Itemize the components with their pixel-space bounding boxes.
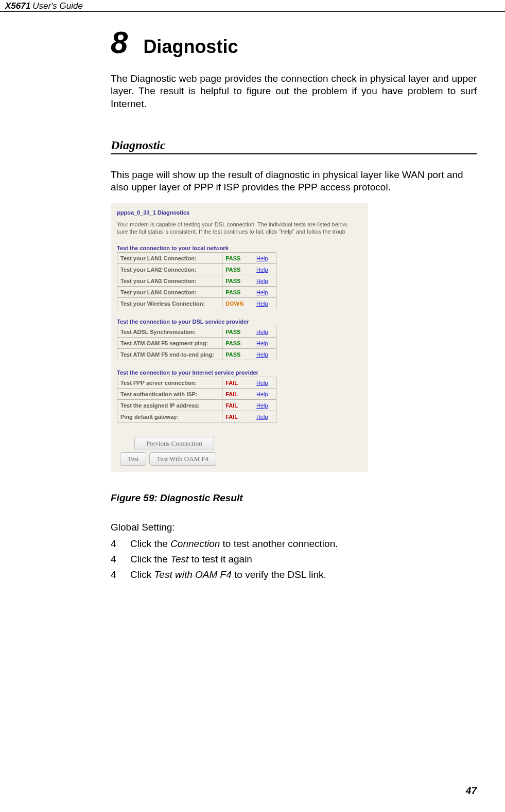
row-label: Test PPP server connection: <box>117 377 222 389</box>
test-oam-f4-button[interactable]: Test With OAM F4 <box>149 452 217 466</box>
step-text: Click the Connection to test another con… <box>130 538 338 550</box>
step-text-em: Test <box>170 554 188 564</box>
step-number: 4 <box>111 538 130 550</box>
chapter-intro: The Diagnostic web page provides the con… <box>111 73 477 110</box>
row-label: Test ADSL Synchronization: <box>117 326 222 338</box>
table-row: Ping default gateway: FAIL Help <box>117 411 276 422</box>
help-link[interactable]: Help <box>256 391 268 397</box>
table-row: Test ATM OAM F5 end-to-end ping: PASS He… <box>117 349 276 360</box>
step-text: Click the Test to test it again <box>130 554 252 565</box>
help-link[interactable]: Help <box>256 351 268 358</box>
chapter-heading: 8 Diagnostic <box>111 27 477 58</box>
page-header: X5671 User's Guide <box>0 0 505 12</box>
table-row: Test authentication with ISP: FAIL Help <box>117 389 276 400</box>
table-row: Test your LAN2 Connection: PASS Help <box>117 264 276 275</box>
row-result: PASS <box>222 253 253 264</box>
group2-table: Test ADSL Synchronization: PASS Help Tes… <box>117 326 276 360</box>
row-label: Test ATM OAM F5 segment ping: <box>117 338 222 349</box>
row-result: FAIL <box>222 400 253 411</box>
step-text-pre: Click the <box>130 554 170 564</box>
row-result: FAIL <box>222 389 253 400</box>
model-name: X5671 <box>5 1 30 11</box>
step-text-post: to test it again <box>188 554 252 564</box>
previous-connection-button[interactable]: Previous Connection <box>134 437 214 450</box>
row-label: Test authentication with ISP: <box>117 389 222 400</box>
chapter-title: Diagnostic <box>143 36 238 58</box>
help-link[interactable]: Help <box>256 380 268 386</box>
help-link[interactable]: Help <box>256 278 268 284</box>
step-text: Click Test with OAM F4 to verify the DSL… <box>130 569 326 580</box>
button-area: Previous Connection Test Test With OAM F… <box>120 437 368 466</box>
diagnostic-screenshot: pppoa_0_33_1 Diagnostics Your modem is c… <box>111 203 368 472</box>
row-result: PASS <box>222 326 253 338</box>
table-row: Test your Wireless Connection: DOWN Help <box>117 298 276 309</box>
table-row: Test the assigned IP address: FAIL Help <box>117 400 276 411</box>
group3-table: Test PPP server connection: FAIL Help Te… <box>117 377 276 422</box>
table-row: Test PPP server connection: FAIL Help <box>117 377 276 389</box>
row-result: PASS <box>222 264 253 275</box>
diag-title: pppoa_0_33_1 Diagnostics <box>117 209 368 216</box>
row-result: PASS <box>222 338 253 349</box>
help-link[interactable]: Help <box>256 301 268 307</box>
help-link[interactable]: Help <box>256 340 268 346</box>
row-label: Test your LAN3 Connection: <box>117 275 222 287</box>
step-text-pre: Click the <box>130 538 170 549</box>
group1-head: Test the connection to your local networ… <box>117 245 368 251</box>
step-text-em: Test with OAM F4 <box>154 569 231 580</box>
page-number: 47 <box>466 785 477 797</box>
row-label: Ping default gateway: <box>117 411 222 422</box>
step-number: 4 <box>111 569 130 580</box>
help-link[interactable]: Help <box>256 267 268 273</box>
group3-head: Test the connection to your Internet ser… <box>117 369 368 376</box>
table-row: Test your LAN3 Connection: PASS Help <box>117 275 276 287</box>
help-link[interactable]: Help <box>256 402 268 409</box>
global-setting-heading: Global Setting: <box>111 522 477 533</box>
row-result: PASS <box>222 275 253 287</box>
table-row: Test your LAN1 Connection: PASS Help <box>117 253 276 264</box>
step-text-em: Connection <box>170 538 220 549</box>
figure-caption: Figure 59: Diagnostic Result <box>111 492 477 504</box>
doc-title-suffix: User's Guide <box>32 1 83 11</box>
step-text-pre: Click <box>130 569 154 580</box>
table-row: Test your LAN4 Connection: PASS Help <box>117 287 276 298</box>
section-heading-diagnostic: Diagnostic <box>111 138 477 154</box>
help-link[interactable]: Help <box>256 414 268 420</box>
step-item: 4 Click the Connection to test another c… <box>111 538 477 550</box>
diag-intro-line2: sure the fail status is consistent. If t… <box>117 228 345 235</box>
test-button[interactable]: Test <box>120 452 146 466</box>
table-row: Test ADSL Synchronization: PASS Help <box>117 326 276 338</box>
row-result: FAIL <box>222 411 253 422</box>
row-label: Test your LAN1 Connection: <box>117 253 222 264</box>
group1-table: Test your LAN1 Connection: PASS Help Tes… <box>117 252 276 309</box>
row-label: Test the assigned IP address: <box>117 400 222 411</box>
row-label: Test your LAN4 Connection: <box>117 287 222 298</box>
row-result: FAIL <box>222 377 253 389</box>
row-result: DOWN <box>222 298 253 309</box>
row-label: Test your LAN2 Connection: <box>117 264 222 275</box>
help-link[interactable]: Help <box>256 329 268 335</box>
table-row: Test ATM OAM F5 segment ping: PASS Help <box>117 338 276 349</box>
step-item: 4 Click the Test to test it again <box>111 554 477 565</box>
row-result: PASS <box>222 287 253 298</box>
diag-intro-line1: Your modem is capable of testing your DS… <box>117 221 348 227</box>
help-link[interactable]: Help <box>256 289 268 295</box>
step-item: 4 Click Test with OAM F4 to verify the D… <box>111 569 477 580</box>
section-intro: This page will show up the result of dia… <box>111 169 477 194</box>
row-label: Test your Wireless Connection: <box>117 298 222 309</box>
help-link[interactable]: Help <box>256 255 268 261</box>
group2-head: Test the connection to your DSL service … <box>117 319 368 325</box>
step-text-post: to verify the DSL link. <box>232 569 326 580</box>
chapter-number: 8 <box>111 27 128 58</box>
steps-list: 4 Click the Connection to test another c… <box>111 538 477 580</box>
diag-intro: Your modem is capable of testing your DS… <box>117 221 368 236</box>
row-label: Test ATM OAM F5 end-to-end ping: <box>117 349 222 360</box>
row-result: PASS <box>222 349 253 360</box>
step-text-post: to test another connection. <box>220 538 338 549</box>
step-number: 4 <box>111 554 130 565</box>
